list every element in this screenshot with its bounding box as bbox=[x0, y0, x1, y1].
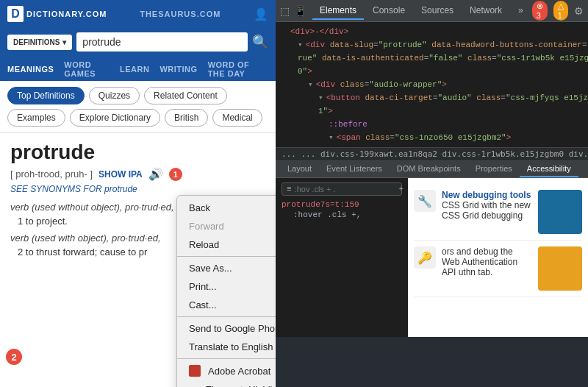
ctx-save-as[interactable]: Save As... bbox=[177, 259, 276, 277]
main-nav: MEANINGS WORD GAMES LEARN WRITING WORD O… bbox=[0, 57, 276, 81]
nav-word-games[interactable]: WORD GAMES bbox=[64, 60, 110, 78]
devtools-right-controls: ⊗ 3 △ 1 ⚙ ⋮ ✕ bbox=[532, 1, 588, 21]
ctx-back[interactable]: Back bbox=[177, 199, 276, 217]
error-badge: ⊗ 3 bbox=[532, 1, 548, 21]
show-ipa-link[interactable]: SHOW IPA bbox=[98, 169, 143, 180]
devtools-nav-icons: ⬚ 📱 bbox=[280, 5, 306, 17]
pill-explore-dictionary[interactable]: Explore Dictionary bbox=[70, 109, 160, 127]
tab-network[interactable]: Network bbox=[462, 2, 509, 20]
breadcrumb-ellipsis: ... bbox=[282, 149, 301, 159]
filter-icon: ≡ bbox=[287, 185, 292, 194]
notif-image-1 bbox=[538, 190, 582, 234]
subpanel-tab-properties[interactable]: Properties bbox=[468, 161, 520, 177]
breadcrumb-path: ... div.css-199xawt.ea1n8qa2 div.css-1r1… bbox=[301, 149, 589, 159]
tab-elements[interactable]: Elements bbox=[312, 2, 364, 20]
devtools-code-area: <div>-</div> ▾<div data-slug="protrude" … bbox=[276, 22, 588, 147]
breadcrumb: ... ... div.css-199xawt.ea1n8qa2 div.css… bbox=[276, 147, 588, 160]
tab-console[interactable]: Console bbox=[365, 2, 412, 20]
pill-quizzes[interactable]: Quizzes bbox=[89, 87, 140, 104]
styles-add-btn[interactable]: + bbox=[399, 185, 404, 194]
left-panel: D DICTIONARY.COM THESAURUS.COM 👤 DEFINIT… bbox=[0, 0, 276, 387]
notif-icon-1: 🔧 bbox=[414, 190, 436, 212]
ctx-adobe[interactable]: Adobe Acrobat › bbox=[177, 361, 276, 380]
search-input[interactable] bbox=[76, 32, 248, 52]
styles-panel: ≡ + protrude7s=t:159 :hover .cls +, bbox=[276, 178, 408, 337]
audio-icon[interactable]: 🔊 bbox=[148, 167, 163, 181]
synonyms-link[interactable]: SEE SYNONYMS FOR protrude bbox=[10, 184, 265, 194]
code-line-9[interactable]: ▾<span class="css-1nzo650 e15jzgbm2"> bbox=[276, 131, 588, 144]
notif-body-2: ors and debug the Web Authentication API… bbox=[442, 246, 532, 277]
dict-logo[interactable]: D DICTIONARY.COM bbox=[7, 6, 107, 22]
adobe-icon bbox=[189, 365, 201, 377]
subpanel-tab-accessibility[interactable]: Accessibility bbox=[520, 161, 578, 177]
notifications-panel: 🔧 New debugging tools CSS Grid with the … bbox=[408, 178, 588, 337]
pill-british[interactable]: British bbox=[165, 109, 208, 127]
pill-related-content[interactable]: Related Content bbox=[144, 87, 227, 104]
subpanel-tabs: Layout Event Listeners DOM Breakpoints P… bbox=[276, 161, 588, 178]
settings-icon[interactable]: ⚙ bbox=[574, 5, 584, 17]
notif-title-1[interactable]: New debugging tools bbox=[442, 190, 532, 200]
pill-medical[interactable]: Medical bbox=[212, 109, 262, 127]
ctx-sep-2 bbox=[177, 316, 276, 317]
pronunciation: [ proh-trood, pruh- ] SHOW IPA 🔊 1 bbox=[10, 167, 265, 181]
subpanel-content: ≡ + protrude7s=t:159 :hover .cls +, 🔧 Ne… bbox=[276, 178, 588, 337]
notif-text-2: ors and debug the Web Authentication API… bbox=[442, 246, 532, 277]
context-menu: Back Forward Reload Save As... Print... … bbox=[176, 195, 276, 387]
ctx-eloquent[interactable]: Eloquent: Highlight Capture Ideas › bbox=[177, 380, 276, 387]
nav-learn[interactable]: LEARN bbox=[120, 65, 149, 74]
pill-top-definitions[interactable]: Top Definitions bbox=[7, 87, 85, 104]
code-line-2[interactable]: ▾<div data-slug="protrude" data-headword… bbox=[276, 38, 588, 52]
subpanel-tab-event-listeners[interactable]: Event Listeners bbox=[319, 161, 390, 177]
devtools-mobile-icon[interactable]: 📱 bbox=[294, 5, 306, 17]
code-line-8[interactable]: ::before bbox=[276, 118, 588, 131]
devtools-panel: ⬚ 📱 Elements Console Sources Network » ⊗… bbox=[276, 0, 588, 387]
chevron-down-icon: ▾ bbox=[62, 38, 66, 46]
code-line-3[interactable]: rue" data-is-authenticated="false" class… bbox=[276, 52, 588, 65]
code-line-7[interactable]: 1"> bbox=[276, 104, 588, 118]
ctx-sep-1 bbox=[177, 256, 276, 257]
notif-item-1: 🔧 New debugging tools CSS Grid with the … bbox=[414, 184, 582, 241]
thesaurus-link[interactable]: THESAURUS.COM bbox=[107, 10, 254, 18]
ctx-sep-3 bbox=[177, 358, 276, 359]
nav-word-of-the-day[interactable]: WORD OF THE DAY bbox=[208, 60, 268, 78]
code-line-6[interactable]: ▾<button data-ci-target="audio" class="c… bbox=[276, 91, 588, 104]
ctx-reload[interactable]: Reload bbox=[177, 235, 276, 254]
ctx-translate[interactable]: Translate to English bbox=[177, 338, 276, 356]
annotation-1: 1 bbox=[169, 168, 182, 181]
nav-meanings[interactable]: MEANINGS bbox=[7, 65, 54, 74]
ctx-print[interactable]: Print... bbox=[177, 277, 276, 296]
subpanel-tab-dom-breakpoints[interactable]: DOM Breakpoints bbox=[390, 161, 468, 177]
styles-filter: ≡ + bbox=[282, 182, 402, 196]
tab-more[interactable]: » bbox=[511, 2, 531, 20]
notif-text-1: New debugging tools CSS Grid with the ne… bbox=[442, 190, 532, 221]
pill-examples[interactable]: Examples bbox=[7, 109, 65, 127]
logo-d: D bbox=[7, 6, 24, 22]
subpanel-tab-layout[interactable]: Layout bbox=[280, 161, 319, 177]
notif-item-2: 🔑 ors and debug the Web Authentication A… bbox=[414, 241, 582, 297]
notif-icon-2: 🔑 bbox=[414, 246, 436, 269]
devtools-subpanels: Layout Event Listeners DOM Breakpoints P… bbox=[276, 160, 588, 337]
devtools-cursor-icon[interactable]: ⬚ bbox=[280, 5, 290, 17]
styles-prop-1: :hover .cls +, bbox=[282, 210, 402, 219]
annotation-2: 2 bbox=[6, 349, 22, 365]
search-button[interactable]: 🔍 bbox=[252, 34, 268, 50]
user-icon[interactable]: 👤 bbox=[254, 7, 268, 21]
code-line-1[interactable]: <div>-</div> bbox=[276, 25, 588, 38]
code-line-5[interactable]: ▾<div class="audio-wrapper"> bbox=[276, 78, 588, 91]
ctx-forward[interactable]: Forward bbox=[177, 217, 276, 235]
notif-image-2 bbox=[538, 246, 582, 291]
site-header: D DICTIONARY.COM THESAURUS.COM 👤 bbox=[0, 0, 276, 28]
search-bar: DEFINITIONS ▾ 🔍 bbox=[0, 28, 276, 57]
ctx-cast[interactable]: Cast... bbox=[177, 296, 276, 314]
code-line-10[interactable]: ::before bbox=[276, 144, 588, 147]
nav-writing[interactable]: WRITING bbox=[159, 65, 197, 74]
word-title: protrude bbox=[10, 141, 265, 164]
code-line-4[interactable]: 0"> bbox=[276, 65, 588, 78]
tab-sources[interactable]: Sources bbox=[414, 2, 461, 20]
filter-pills: Top Definitions Quizzes Related Content … bbox=[0, 81, 276, 133]
definitions-dropdown[interactable]: DEFINITIONS ▾ bbox=[7, 35, 72, 50]
notif-body-1: CSS Grid with the new CSS Grid debugging bbox=[442, 200, 532, 221]
ctx-send-to-phone[interactable]: Send to Google Phone bbox=[177, 319, 276, 338]
styles-filter-input[interactable] bbox=[295, 185, 396, 194]
devtools-topbar: ⬚ 📱 Elements Console Sources Network » ⊗… bbox=[276, 0, 588, 22]
